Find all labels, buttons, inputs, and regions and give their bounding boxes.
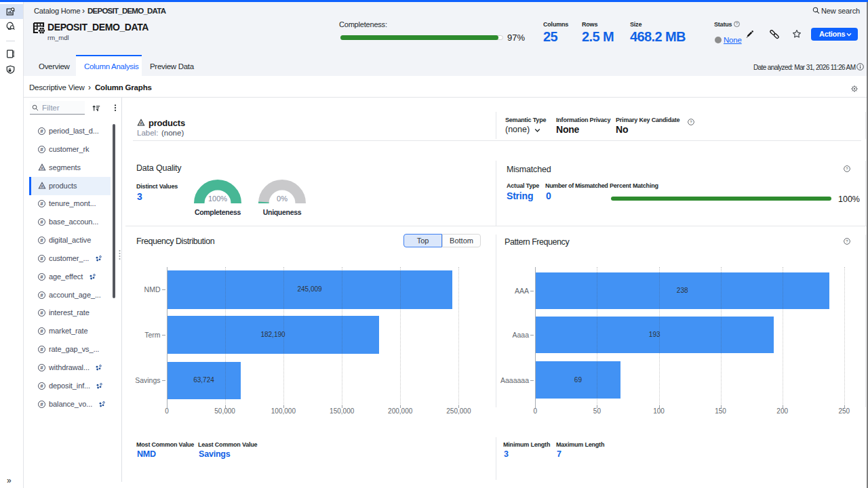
svg-text:A: A [41,184,43,188]
svg-text:A: A [140,121,142,125]
svg-text:?: ? [846,167,848,171]
svg-text:?: ? [846,239,848,243]
svg-text:?: ? [690,120,692,124]
svg-text:A: A [41,166,43,170]
svg-text:?: ? [736,22,738,26]
